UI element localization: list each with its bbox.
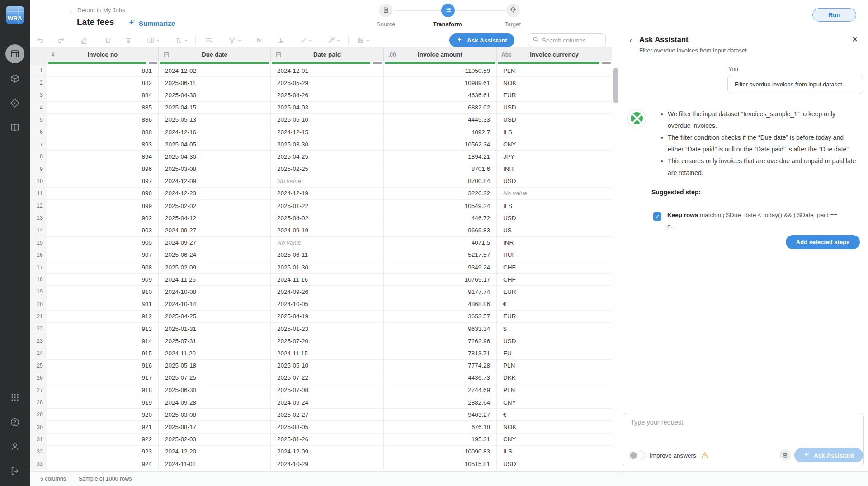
cell-date-paid[interactable]: No value xyxy=(271,175,384,188)
cell-invoice-no[interactable]: 922 xyxy=(47,434,159,446)
validate-icon[interactable] xyxy=(291,33,320,47)
cell-invoice-no[interactable]: 881 xyxy=(47,65,159,77)
cell-invoice-no[interactable]: 882 xyxy=(47,77,159,89)
cell-invoice-no[interactable]: 912 xyxy=(47,311,159,323)
cell-invoice-no[interactable]: 919 xyxy=(47,396,159,409)
cell-invoice-amount[interactable]: 10549.24 xyxy=(384,200,497,212)
tools-icon[interactable] xyxy=(320,33,348,47)
cell-date-paid[interactable]: 2025-04-19 xyxy=(271,311,384,323)
search-columns-input[interactable] xyxy=(542,37,596,44)
cell-date-paid[interactable]: 2024-12-19 xyxy=(271,188,384,200)
cell-invoice-currency[interactable]: USD xyxy=(497,102,612,114)
clear-chat-button[interactable] xyxy=(779,449,791,461)
cell-invoice-currency[interactable]: CNY xyxy=(497,396,612,409)
cell-invoice-no[interactable]: 918 xyxy=(47,384,159,396)
cell-date-paid[interactable]: 2025-03-30 xyxy=(271,138,384,151)
quality-bar[interactable] xyxy=(271,61,384,65)
cell-invoice-currency[interactable]: ILS xyxy=(497,200,612,212)
cell-invoice-amount[interactable]: 9349.24 xyxy=(384,261,497,274)
cell-invoice-no[interactable]: 923 xyxy=(47,446,159,458)
formula-icon[interactable]: fx xyxy=(248,33,270,47)
step-source[interactable] xyxy=(379,4,392,17)
ask-assistant-button[interactable]: Ask Assistant xyxy=(449,33,514,47)
edit-icon[interactable] xyxy=(71,33,97,47)
column-header-invoice-no[interactable]: # Invoice no xyxy=(47,47,159,61)
cell-invoice-amount[interactable]: 195.31 xyxy=(384,434,497,446)
cell-invoice-currency[interactable]: CNY xyxy=(497,138,612,151)
sidebar-item-account[interactable] xyxy=(0,442,30,452)
cell-date-paid[interactable]: 2025-05-10 xyxy=(271,360,384,372)
sidebar-item-apps[interactable] xyxy=(0,393,30,402)
column-header-invoice-amount[interactable]: .00 Invoice amount xyxy=(384,47,497,61)
cell-invoice-currency[interactable]: PLN xyxy=(497,384,612,396)
run-button[interactable]: Run xyxy=(812,8,856,22)
cell-invoice-amount[interactable]: 2882.64 xyxy=(384,396,497,409)
cell-invoice-currency[interactable]: € xyxy=(497,298,612,311)
summarize-button[interactable]: Summarize xyxy=(128,19,175,28)
cell-invoice-currency[interactable]: EUR xyxy=(497,89,612,101)
cell-due-date[interactable]: 2025-03-08 xyxy=(159,163,271,175)
cell-due-date[interactable]: 2025-06-24 xyxy=(159,249,271,261)
cell-invoice-currency[interactable]: $ xyxy=(497,323,612,335)
lookup-icon[interactable] xyxy=(270,33,291,47)
cell-date-paid[interactable]: 2025-04-03 xyxy=(271,102,384,114)
close-icon[interactable]: ✕ xyxy=(852,35,858,44)
cell-invoice-amount[interactable]: 4445.33 xyxy=(384,114,497,126)
cell-date-paid[interactable]: 2025-04-26 xyxy=(271,89,384,101)
cell-invoice-currency[interactable]: USD xyxy=(497,335,612,347)
cell-due-date[interactable]: 2024-11-01 xyxy=(159,458,271,470)
cell-due-date[interactable]: 2025-04-30 xyxy=(159,89,271,101)
cell-date-paid[interactable]: 2024-09-19 xyxy=(271,224,384,236)
cell-invoice-currency[interactable]: CHF xyxy=(497,274,612,286)
delete-icon[interactable] xyxy=(118,33,139,47)
cell-due-date[interactable]: 2025-06-11 xyxy=(159,77,271,89)
cell-date-paid[interactable]: 2025-04-25 xyxy=(271,151,384,163)
save-icon[interactable] xyxy=(349,33,378,47)
cell-invoice-no[interactable]: 899 xyxy=(47,200,159,212)
cell-due-date[interactable]: 2024-09-28 xyxy=(159,396,271,409)
cell-due-date[interactable]: 2025-08-17 xyxy=(159,421,271,433)
cell-invoice-no[interactable]: 915 xyxy=(47,347,159,359)
cell-invoice-no[interactable]: 888 xyxy=(47,126,159,138)
cell-date-paid[interactable]: 2025-08-05 xyxy=(271,421,384,433)
cell-due-date[interactable]: 2024-12-23 xyxy=(159,188,271,200)
cell-date-paid[interactable]: 2025-01-30 xyxy=(271,261,384,274)
cell-date-paid[interactable]: 2024-10-05 xyxy=(271,298,384,311)
cell-due-date[interactable]: 2025-05-13 xyxy=(159,114,271,126)
quality-bar[interactable] xyxy=(47,61,159,65)
cell-invoice-currency[interactable]: USD xyxy=(497,114,612,126)
ask-assistant-submit-button[interactable]: Ask Assistant xyxy=(794,448,863,462)
cell-invoice-no[interactable]: 897 xyxy=(47,175,159,188)
cell-invoice-no[interactable]: 905 xyxy=(47,237,159,249)
cell-date-paid[interactable]: 2025-04-02 xyxy=(271,212,384,224)
cell-invoice-no[interactable]: 902 xyxy=(47,212,159,224)
column-header-due-date[interactable]: Due date xyxy=(159,47,271,61)
cell-invoice-amount[interactable]: 9633.34 xyxy=(384,323,497,335)
cell-date-paid[interactable]: 2025-01-26 xyxy=(271,434,384,446)
app-logo[interactable]: WRA xyxy=(6,6,24,24)
cell-invoice-currency[interactable]: INR xyxy=(497,163,612,175)
cell-invoice-amount[interactable]: 7262.96 xyxy=(384,335,497,347)
cell-due-date[interactable]: 2025-06-30 xyxy=(159,384,271,396)
cell-date-paid[interactable]: 2024-09-26 xyxy=(271,286,384,298)
cell-invoice-no[interactable]: 914 xyxy=(47,335,159,347)
cell-due-date[interactable]: 2025-04-12 xyxy=(159,212,271,224)
cell-invoice-currency[interactable]: NOK xyxy=(497,77,612,89)
cell-invoice-no[interactable]: 908 xyxy=(47,261,159,274)
cell-due-date[interactable]: 2024-09-27 xyxy=(159,224,271,236)
cell-date-paid[interactable]: 2024-11-16 xyxy=(271,274,384,286)
cell-invoice-no[interactable]: 909 xyxy=(47,274,159,286)
cell-date-paid[interactable]: 2025-01-23 xyxy=(271,323,384,335)
cell-invoice-no[interactable]: 898 xyxy=(47,188,159,200)
sidebar-item-docs[interactable] xyxy=(0,123,30,132)
cell-date-paid[interactable]: 2025-07-22 xyxy=(271,372,384,384)
cell-invoice-currency[interactable]: DKK xyxy=(497,372,612,384)
step-checkbox[interactable]: ✓ xyxy=(653,212,661,221)
cell-invoice-amount[interactable]: 4092.7 xyxy=(384,126,497,138)
cell-date-paid[interactable]: 2024-12-15 xyxy=(271,126,384,138)
cell-invoice-amount[interactable]: 10989.61 xyxy=(384,77,497,89)
cell-date-paid[interactable]: 2025-07-20 xyxy=(271,335,384,347)
cell-due-date[interactable]: 2024-12-09 xyxy=(159,175,271,188)
cell-due-date[interactable]: 2024-10-14 xyxy=(159,298,271,311)
cell-invoice-no[interactable]: 910 xyxy=(47,286,159,298)
